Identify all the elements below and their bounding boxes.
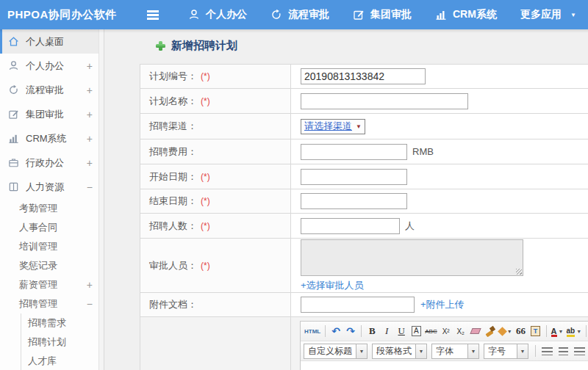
field-label: 审批人员： [149, 259, 197, 272]
align-center-icon[interactable] [559, 347, 568, 355]
collapse-minus-icon[interactable]: − [87, 298, 93, 310]
user-icon [8, 60, 19, 71]
field-label: 招聘渠道： [149, 120, 197, 133]
strikethrough-icon[interactable]: ABC [424, 324, 437, 338]
sidebar-item-talent-pool[interactable]: 人才库 [21, 352, 104, 370]
expand-plus-icon[interactable]: + [87, 60, 93, 72]
recruit-cost-input[interactable] [301, 144, 407, 160]
brush-icon[interactable] [485, 327, 495, 336]
sidebar-item-personal-office[interactable]: 个人办公 + [0, 54, 104, 78]
topnav-more-apps[interactable]: 更多应用 ▼ [520, 8, 576, 21]
expand-plus-icon[interactable]: + [87, 109, 93, 120]
field-label: 计划编号： [149, 70, 197, 83]
sidebar-item-human-resources[interactable]: 人力资源 − [0, 175, 104, 199]
sidebar-item-crm-system[interactable]: CRM系统 + [0, 126, 104, 150]
underline-icon[interactable]: U [395, 324, 408, 338]
sidebar-scrollbar[interactable] [98, 29, 104, 370]
undo-icon[interactable]: ↶ [329, 324, 343, 338]
sidebar-item-reward-records[interactable]: 奖惩记录 [0, 256, 104, 275]
attachment-input[interactable] [301, 297, 415, 313]
home-icon [8, 36, 19, 47]
form-row-plan-number: 计划编号： (*) [140, 65, 588, 89]
recruit-plan-form: 计划编号： (*) 计划名称： (*) 招聘渠道： 请选择渠道 [140, 64, 588, 370]
field-label: 计划名称： [149, 95, 197, 108]
form-row-attachment: 附件文档： +附件上传 [140, 293, 588, 317]
form-row-approvers: 审批人员： (*) +选择审批人员 [140, 239, 588, 293]
top-navigation: 个人办公 流程审批 集团审批 CRM系统 更多应用 ▼ [188, 8, 576, 21]
edit-square-icon [8, 109, 19, 120]
eraser-icon[interactable] [470, 328, 481, 334]
attachment-upload-link[interactable]: +附件上传 [420, 298, 465, 311]
editor-content-area[interactable] [301, 361, 588, 370]
caret-down-icon: ▼ [517, 344, 528, 358]
start-date-input[interactable] [301, 169, 407, 185]
expand-plus-icon[interactable]: + [87, 279, 93, 291]
paste-text-icon[interactable]: T [531, 326, 540, 336]
sidebar-item-salary-mgmt[interactable]: 薪资管理 + [0, 275, 104, 294]
required-mark: (*) [201, 96, 210, 106]
font-border-icon[interactable]: A [412, 326, 421, 336]
collapse-minus-icon[interactable]: − [87, 181, 93, 193]
italic-icon[interactable]: I [380, 324, 393, 338]
sidebar-item-recruit-demand[interactable]: 招聘需求 [21, 313, 104, 333]
subscript-icon[interactable]: X₂ [454, 324, 467, 338]
sidebar-item-personal-desktop[interactable]: 个人桌面 [0, 29, 104, 54]
sidebar-item-training-mgmt[interactable]: 培训管理 [0, 237, 104, 256]
headcount-input[interactable] [301, 218, 400, 234]
caret-down-icon: ▼ [356, 344, 367, 358]
topnav-group-approval[interactable]: 集团审批 [353, 8, 412, 21]
topnav-crm-system[interactable]: CRM系统 [435, 8, 497, 21]
sidebar-item-attendance-mgmt[interactable]: 考勤管理 [0, 199, 104, 218]
expand-plus-icon[interactable]: + [87, 157, 93, 169]
rich-text-editor: HTML ↶ ↷ B I U A ABC X² X₂ ▼ [300, 321, 588, 370]
recruit-submenu: 招聘需求 招聘计划 人才库 [21, 313, 104, 370]
sidebar-item-hr-contracts[interactable]: 人事合同 [0, 218, 104, 237]
required-mark: (*) [201, 196, 210, 206]
approvers-textarea[interactable] [301, 239, 523, 276]
font-family-select[interactable]: 字体 ▼ [431, 344, 479, 359]
blockquote-icon[interactable]: 66 [514, 324, 528, 338]
field-label: 开始日期： [149, 170, 197, 184]
bar-chart-icon [435, 9, 447, 21]
sidebar-item-recruit-mgmt[interactable]: 招聘管理 − [0, 294, 104, 313]
select-approvers-link[interactable]: +选择审批人员 [301, 279, 364, 292]
align-right-icon[interactable] [574, 347, 585, 355]
plan-number-input[interactable] [301, 68, 426, 84]
plan-name-input[interactable] [301, 93, 468, 109]
format-paint-icon[interactable]: ▼ [498, 324, 513, 338]
sidebar-item-group-approval[interactable]: 集团审批 + [0, 102, 104, 126]
redo-icon[interactable]: ↷ [344, 324, 357, 338]
field-label: 招聘费用： [149, 145, 197, 159]
bold-icon[interactable]: B [365, 324, 379, 338]
form-row-recruit-cost: 招聘费用： RMB [140, 139, 588, 164]
book-icon [8, 181, 19, 192]
field-label: 结束日期： [149, 195, 197, 208]
unit-suffix: 人 [405, 220, 415, 233]
form-row-end-date: 结束日期： (*) [140, 189, 588, 214]
sidebar-item-recruit-plan[interactable]: 招聘计划 [21, 333, 104, 352]
topbar: PHPOA协同办公软件 个人办公 流程审批 集团审批 CRM系统 更多应用 ▼ [0, 0, 588, 29]
channel-select[interactable]: 请选择渠道 ▼ [301, 119, 365, 134]
topnav-workflow-approval[interactable]: 流程审批 [270, 8, 329, 21]
align-left-icon[interactable] [542, 347, 553, 355]
superscript-icon[interactable]: X² [440, 324, 453, 338]
font-size-select[interactable]: 字号 ▼ [484, 344, 528, 359]
font-color-icon[interactable]: A▼ [551, 324, 564, 338]
page-title: 新增招聘计划 [156, 39, 237, 53]
sidebar-item-workflow-approval[interactable]: 流程审批 + [0, 78, 104, 102]
expand-plus-icon[interactable]: + [87, 133, 93, 145]
field-label: 附件文档： [149, 298, 197, 311]
editor-toolbar-row2: 自定义标题 ▼ 段落格式 ▼ 字体 ▼ 字号 ▼ [301, 341, 588, 361]
required-mark: (*) [201, 71, 210, 81]
html-source-icon[interactable]: HTML [304, 324, 321, 338]
form-row-start-date: 开始日期： (*) [140, 164, 588, 189]
end-date-input[interactable] [301, 193, 407, 209]
topnav-personal-office[interactable]: 个人办公 [188, 8, 247, 21]
custom-heading-select[interactable]: 自定义标题 ▼ [304, 344, 368, 359]
sidebar-item-admin-office[interactable]: 行政办公 + [0, 150, 104, 175]
paragraph-format-select[interactable]: 段落格式 ▼ [372, 344, 427, 359]
expand-plus-icon[interactable]: + [87, 84, 93, 96]
required-mark: (*) [201, 261, 210, 271]
hamburger-menu-icon[interactable] [147, 14, 159, 16]
highlight-color-icon[interactable]: ab▼ [566, 324, 583, 338]
